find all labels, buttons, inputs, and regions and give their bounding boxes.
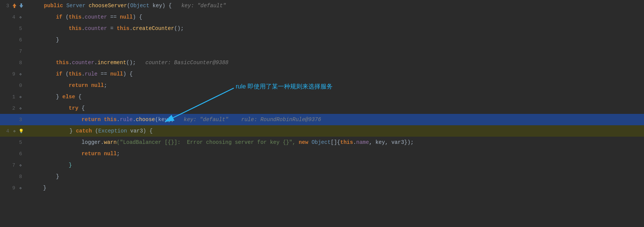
down-arrow-icon[interactable]: [18, 3, 24, 9]
line-gutter: 7: [0, 49, 27, 54]
code-token: [30, 11, 56, 23]
code-content: return null;: [27, 148, 644, 159]
code-line: 4◇ if (this.counter == null) {: [0, 11, 644, 23]
code-line: 6 return null;: [0, 148, 644, 159]
code-line: 3 public Server chooseServer(Object key)…: [0, 0, 644, 11]
code-token: choose: [136, 114, 155, 125]
code-line: 2◇ try {: [0, 102, 644, 114]
code-token: .: [101, 137, 104, 148]
code-content: }: [27, 34, 644, 46]
code-token: createCounter: [133, 23, 174, 34]
code-token: var3) {: [127, 125, 152, 137]
line-gutter: 0: [0, 83, 27, 88]
code-token: [30, 148, 81, 159]
line-gutter: 4◇: [0, 14, 27, 20]
code-content: return this.rule.choose(key); key: "defa…: [27, 114, 644, 125]
code-line: 5 logger.warn("LoadBalancer [{}]: Error …: [0, 137, 644, 148]
code-content: }: [27, 171, 644, 182]
code-token: ;: [104, 80, 107, 91]
code-content: } else {: [27, 91, 644, 102]
code-token: []{: [331, 137, 340, 148]
code-token: }: [69, 159, 72, 171]
svg-rect-1: [14, 6, 15, 8]
code-content: logger.warn("LoadBalancer [{}]: Error ch…: [27, 137, 644, 148]
code-token: this: [340, 137, 353, 148]
line-gutter: 6: [0, 37, 27, 43]
line-number: 3: [0, 3, 11, 9]
line-number: 1: [6, 94, 17, 100]
code-token: else: [62, 91, 75, 102]
code-token: [101, 148, 104, 159]
code-line: 3 return this.rule.choose(key); key: "de…: [0, 114, 644, 125]
code-token: if: [56, 68, 62, 80]
line-number: 7: [13, 49, 24, 54]
line-gutter: 7◇: [0, 162, 27, 168]
code-content: }: [27, 159, 644, 171]
code-area: 3 public Server chooseServer(Object key)…: [0, 0, 644, 227]
code-token: public: [44, 0, 63, 11]
code-token: key: "default": [181, 0, 226, 11]
code-line: 7◇ }: [0, 159, 644, 171]
code-token: (: [127, 0, 130, 11]
code-token: this: [69, 11, 82, 23]
code-token: return: [81, 148, 100, 159]
code-token: .: [69, 57, 72, 68]
line-number: 7: [6, 162, 17, 168]
code-token: return: [81, 114, 100, 125]
code-token: ==: [97, 68, 110, 80]
line-number: 2: [6, 106, 17, 111]
code-token: }: [30, 171, 59, 182]
line-gutter: 9◇: [0, 185, 27, 191]
code-token: try: [69, 102, 78, 114]
code-token: logger: [81, 137, 100, 148]
code-token: .: [94, 57, 97, 68]
code-token: {: [78, 102, 85, 114]
code-token: .: [81, 11, 84, 23]
line-gutter: 3: [0, 3, 27, 9]
code-token: rule: [85, 68, 98, 80]
bulb-icon[interactable]: 💡: [18, 128, 24, 134]
diamond-icon: ◇: [11, 128, 17, 134]
svg-rect-2: [21, 3, 22, 5]
line-number: 9: [6, 185, 17, 191]
code-token: Object: [130, 0, 149, 11]
code-token: [31, 0, 44, 11]
line-gutter: 2◇: [0, 105, 27, 111]
code-token: .: [353, 137, 356, 148]
code-token: [63, 0, 66, 11]
diamond-icon: ◇: [17, 94, 24, 100]
code-line: 4◇💡 } catch (Exception var3) {: [0, 125, 644, 137]
code-token: [30, 57, 56, 68]
code-token: ();: [126, 57, 145, 68]
code-token: [30, 23, 69, 34]
code-content: try {: [27, 102, 644, 114]
diamond-icon: ◇: [17, 162, 24, 168]
code-line: 8 this.counter.increment(); counter: Bas…: [0, 57, 644, 68]
code-token: (: [62, 68, 69, 80]
code-token: null: [104, 148, 117, 159]
up-arrow-icon[interactable]: [11, 3, 17, 9]
code-content: public Server chooseServer(Object key) {…: [27, 0, 644, 11]
code-token: name: [356, 137, 369, 148]
code-token: {: [75, 91, 82, 102]
line-number: 8: [13, 60, 24, 66]
line-number: 5: [13, 140, 24, 145]
code-token: [30, 137, 81, 148]
code-token: [86, 0, 89, 11]
code-token: [30, 102, 69, 114]
code-token: counter: BasicCounter@9388: [146, 57, 228, 68]
line-gutter: 1◇: [0, 94, 27, 100]
code-token: chooseServer: [89, 0, 127, 11]
code-content: this.counter = this.createCounter();: [27, 23, 644, 34]
code-token: .: [133, 114, 136, 125]
code-token: (: [92, 125, 98, 137]
code-token: }: [31, 125, 76, 137]
code-token: catch: [76, 125, 92, 137]
code-token: null: [120, 11, 133, 23]
code-token: (key);: [155, 114, 184, 125]
code-token: , key, var3});: [369, 137, 414, 148]
code-line: 1◇ } else {: [0, 91, 644, 102]
code-token: null: [91, 80, 104, 91]
code-token: key: "default" rule: RoundRobinRule@9376: [184, 114, 321, 125]
code-token: [30, 68, 56, 80]
